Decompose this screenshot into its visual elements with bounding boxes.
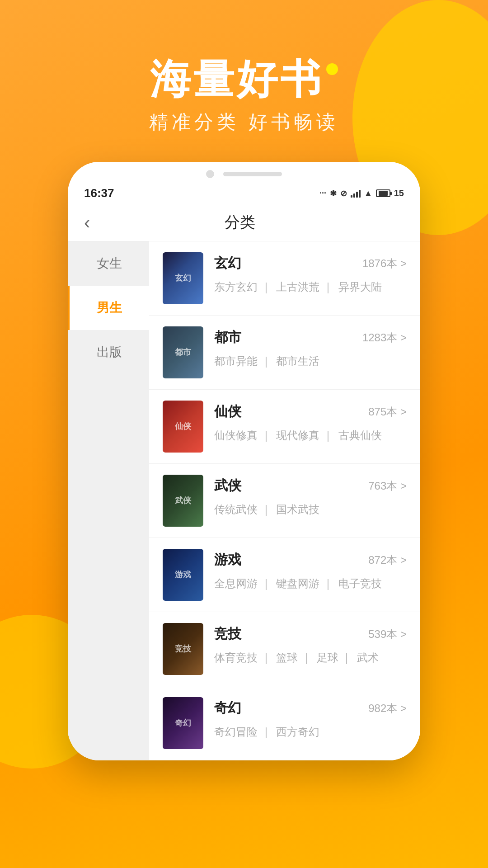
tag-1: 键盘网游 ｜	[276, 577, 333, 590]
signal-bar-3	[356, 192, 358, 198]
category-name-cat-2: 都市	[214, 328, 241, 347]
cover-text-cat-7: 奇幻	[163, 697, 203, 749]
category-header-cat-6: 竞技 539本 >	[214, 625, 407, 643]
tag-2: 足球 ｜	[317, 651, 352, 664]
category-item[interactable]: 都市 都市 1283本 > 都市异能 ｜ 都市生活	[149, 316, 420, 390]
category-tags-cat-6: 体育竞技 ｜ 篮球 ｜ 足球 ｜ 武术	[214, 650, 407, 666]
tag-0: 东方玄幻 ｜	[214, 281, 272, 293]
category-name-cat-1: 玄幻	[214, 254, 241, 273]
tag-1: 都市生活	[276, 355, 319, 367]
category-name-cat-4: 武侠	[214, 476, 241, 495]
silent-icon: ⊘	[340, 189, 347, 198]
category-info-cat-2: 都市 1283本 > 都市异能 ｜ 都市生活	[214, 326, 407, 369]
sidebar-item-female[interactable]: 女生	[68, 241, 149, 286]
category-info-cat-1: 玄幻 1876本 > 东方玄幻 ｜ 上古洪荒 ｜ 异界大陆	[214, 252, 407, 295]
page-title: 分类	[99, 212, 380, 233]
phone-wrapper: 16:37 ··· ✱ ⊘ ▲ 15 ‹ 分类	[0, 162, 488, 788]
tag-1: 国术武技	[276, 503, 319, 515]
signal-bar-2	[353, 193, 355, 198]
tag-3: 武术	[357, 651, 379, 664]
category-name-cat-5: 游戏	[214, 551, 241, 569]
tag-1: 篮球 ｜	[276, 651, 312, 664]
category-item[interactable]: 玄幻 玄幻 1876本 > 东方玄幻 ｜ 上古洪荒 ｜ 异界大陆	[149, 241, 420, 316]
hero-dot	[326, 63, 338, 75]
category-header-cat-3: 仙侠 875本 >	[214, 402, 407, 421]
category-name-cat-3: 仙侠	[214, 402, 241, 421]
category-count-cat-5: 872本 >	[368, 553, 407, 567]
tag-2: 古典仙侠	[338, 429, 382, 441]
tag-2: 异界大陆	[338, 281, 382, 293]
battery-number: 15	[394, 188, 404, 198]
phone-frame: 16:37 ··· ✱ ⊘ ▲ 15 ‹ 分类	[68, 162, 420, 760]
category-tags-cat-2: 都市异能 ｜ 都市生活	[214, 353, 407, 369]
category-header-cat-7: 奇幻 982本 >	[214, 699, 407, 717]
sidebar-label-female: 女生	[97, 256, 122, 270]
tag-2: 电子竞技	[338, 577, 382, 590]
phone-speaker	[223, 172, 282, 176]
category-item[interactable]: 武侠 武侠 763本 > 传统武侠 ｜ 国术武技	[149, 464, 420, 538]
category-item[interactable]: 奇幻 奇幻 982本 > 奇幻冒险 ｜ 西方奇幻	[149, 686, 420, 760]
category-cover-cat-4: 武侠	[163, 475, 203, 527]
battery-icon	[376, 189, 390, 197]
wifi-icon: ▲	[364, 189, 372, 198]
category-info-cat-6: 竞技 539本 > 体育竞技 ｜ 篮球 ｜ 足球 ｜ 武术	[214, 623, 407, 666]
category-header-cat-1: 玄幻 1876本 >	[214, 254, 407, 273]
category-list: 玄幻 玄幻 1876本 > 东方玄幻 ｜ 上古洪荒 ｜ 异界大陆 都市 都市 1…	[149, 241, 420, 760]
cover-text-cat-4: 武侠	[163, 475, 203, 527]
category-tags-cat-3: 仙侠修真 ｜ 现代修真 ｜ 古典仙侠	[214, 427, 407, 443]
category-tags-cat-1: 东方玄幻 ｜ 上古洪荒 ｜ 异界大陆	[214, 279, 407, 295]
category-name-cat-7: 奇幻	[214, 699, 241, 717]
category-count-cat-2: 1283本 >	[362, 330, 407, 345]
sidebar-item-male[interactable]: 男生	[68, 286, 149, 330]
category-cover-cat-7: 奇幻	[163, 697, 203, 749]
category-count-cat-7: 982本 >	[368, 701, 407, 716]
status-icons: ··· ✱ ⊘ ▲ 15	[319, 188, 404, 198]
category-info-cat-5: 游戏 872本 > 全息网游 ｜ 键盘网游 ｜ 电子竞技	[214, 549, 407, 592]
category-tags-cat-4: 传统武侠 ｜ 国术武技	[214, 501, 407, 518]
tag-1: 上古洪荒 ｜	[276, 281, 333, 293]
category-count-cat-4: 763本 >	[368, 479, 407, 493]
phone-top-bar	[68, 162, 420, 183]
category-info-cat-3: 仙侠 875本 > 仙侠修真 ｜ 现代修真 ｜ 古典仙侠	[214, 401, 407, 443]
signal-bar-1	[351, 195, 352, 198]
signal-bar-4	[359, 190, 361, 198]
category-tags-cat-7: 奇幻冒险 ｜ 西方奇幻	[214, 724, 407, 740]
sidebar-label-male: 男生	[97, 301, 122, 315]
nav-bar: ‹ 分类	[68, 204, 420, 241]
category-info-cat-7: 奇幻 982本 > 奇幻冒险 ｜ 西方奇幻	[214, 697, 407, 740]
category-item[interactable]: 竞技 竞技 539本 > 体育竞技 ｜ 篮球 ｜ 足球 ｜ 武术	[149, 612, 420, 686]
tag-0: 都市异能 ｜	[214, 355, 272, 367]
category-item[interactable]: 游戏 游戏 872本 > 全息网游 ｜ 键盘网游 ｜ 电子竞技	[149, 538, 420, 612]
category-header-cat-2: 都市 1283本 >	[214, 328, 407, 347]
category-header-cat-4: 武侠 763本 >	[214, 476, 407, 495]
tag-1: 西方奇幻	[276, 726, 319, 738]
dots-icon: ···	[319, 189, 326, 198]
tag-0: 体育竞技 ｜	[214, 651, 272, 664]
category-header-cat-5: 游戏 872本 >	[214, 551, 407, 569]
content-area: 女生 男生 出版 玄幻 玄幻 1876本 > 东方玄幻 ｜ 上	[68, 241, 420, 760]
category-count-cat-1: 1876本 >	[362, 256, 407, 271]
category-item[interactable]: 仙侠 仙侠 875本 > 仙侠修真 ｜ 现代修真 ｜ 古典仙侠	[149, 390, 420, 464]
cover-text-cat-2: 都市	[163, 326, 203, 378]
status-bar: 16:37 ··· ✱ ⊘ ▲ 15	[68, 183, 420, 204]
category-info-cat-4: 武侠 763本 > 传统武侠 ｜ 国术武技	[214, 475, 407, 518]
category-cover-cat-3: 仙侠	[163, 401, 203, 453]
bluetooth-icon: ✱	[330, 189, 337, 198]
status-time: 16:37	[84, 186, 114, 200]
sidebar-label-publish: 出版	[97, 345, 122, 359]
phone-camera	[206, 170, 214, 178]
hero-title-text: 海量好书	[150, 59, 324, 99]
cover-text-cat-5: 游戏	[163, 549, 203, 601]
hero-subtitle: 精准分类 好书畅读	[0, 109, 488, 135]
cover-text-cat-3: 仙侠	[163, 401, 203, 453]
category-count-cat-6: 539本 >	[368, 627, 407, 642]
tag-0: 传统武侠 ｜	[214, 503, 272, 515]
hero-title-container: 海量好书	[0, 59, 488, 99]
category-cover-cat-5: 游戏	[163, 549, 203, 601]
sidebar-item-publish[interactable]: 出版	[68, 330, 149, 374]
category-cover-cat-1: 玄幻	[163, 252, 203, 304]
category-cover-cat-6: 竞技	[163, 623, 203, 675]
back-button[interactable]: ‹	[84, 212, 90, 233]
category-cover-cat-2: 都市	[163, 326, 203, 378]
tag-0: 奇幻冒险 ｜	[214, 726, 272, 738]
